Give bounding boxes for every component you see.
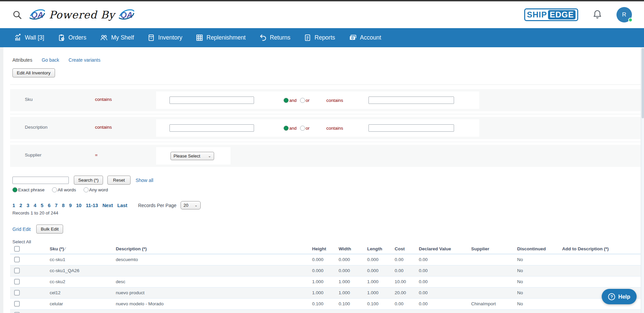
- page-link-8[interactable]: 8: [62, 203, 65, 208]
- column-header-add-to-description[interactable]: Add to Description (*): [562, 245, 641, 254]
- table-row: celular nuevo modelo - Morado 0.100 0.10…: [10, 298, 641, 309]
- nav-item-orders[interactable]: Orders: [58, 34, 86, 42]
- page-link-2[interactable]: 2: [19, 203, 22, 208]
- help-button[interactable]: ? Help: [602, 289, 637, 304]
- page-link-10[interactable]: 10: [76, 203, 82, 208]
- sku-contains-input-1[interactable]: [169, 97, 254, 104]
- go-back-link[interactable]: Go back: [42, 57, 59, 63]
- last-page-link[interactable]: Last: [117, 203, 128, 208]
- column-header-declared-value[interactable]: Declared Value: [419, 245, 471, 254]
- row-checkbox[interactable]: [14, 290, 20, 296]
- column-header-width[interactable]: Width: [339, 245, 367, 254]
- row-checkbox[interactable]: [14, 301, 20, 307]
- select-all-checkbox[interactable]: [14, 246, 20, 252]
- records-per-page-select[interactable]: 20 ⌄: [181, 201, 201, 209]
- row-checkbox[interactable]: [14, 279, 20, 285]
- or-radio[interactable]: [300, 98, 305, 103]
- exact-phrase-radio[interactable]: [12, 187, 17, 192]
- shipedge-logo[interactable]: SHIP EDGE: [524, 8, 578, 21]
- bulk-edit-button[interactable]: Bulk Edit: [36, 225, 63, 234]
- column-header-sku[interactable]: Sku (*)⁄: [50, 245, 116, 254]
- page-link-9[interactable]: 9: [69, 203, 72, 208]
- cell-height: 0.100: [312, 298, 339, 309]
- pagination-bar: 1 2 3 4 5 6 7 8 9 10 11-13 Next Last Rec…: [12, 201, 641, 209]
- search-button[interactable]: Search (*): [74, 176, 103, 185]
- page-link-5[interactable]: 5: [41, 203, 43, 208]
- description-contains-input-1[interactable]: [169, 124, 254, 132]
- row-checkbox[interactable]: [14, 257, 20, 262]
- nav-item-my-shelf[interactable]: My Shelf: [100, 34, 134, 42]
- nav-item-returns[interactable]: Returns: [259, 34, 290, 42]
- cell-width: 0.100: [339, 298, 367, 309]
- nav-item-inventory[interactable]: Inventory: [147, 34, 182, 42]
- show-all-link[interactable]: Show all: [136, 178, 153, 183]
- cell-supplier: ChinaImport: [471, 298, 517, 309]
- cell-cost: 10.00: [395, 276, 419, 287]
- table-header-row: Sku (*)⁄ Description (*) Height Width Le…: [10, 245, 641, 254]
- column-header-description[interactable]: Description (*): [116, 245, 312, 254]
- orders-icon: [58, 34, 65, 42]
- page-link-6[interactable]: 6: [48, 203, 50, 208]
- filter-field-label: Description: [25, 125, 48, 130]
- filter-field-label: Supplier: [25, 152, 42, 158]
- page-link-1[interactable]: 1: [12, 203, 15, 208]
- select-all-label: Select All: [12, 239, 641, 244]
- column-header-height[interactable]: Height: [312, 245, 339, 254]
- nav-item-wall[interactable]: Wall [3]: [14, 34, 44, 42]
- and-radio[interactable]: [284, 126, 289, 131]
- nav-label: Inventory: [158, 34, 182, 41]
- cell-length: 0.000: [367, 254, 395, 265]
- cell-add-to-description: [562, 265, 641, 276]
- row-checkbox[interactable]: [14, 268, 20, 273]
- keyword-search-input[interactable]: [12, 177, 69, 184]
- create-variants-link[interactable]: Create variants: [68, 57, 100, 63]
- user-avatar[interactable]: R: [616, 7, 632, 22]
- table-row: cc-sku1 descuemto 0.000 0.000 0.000 0.00…: [10, 254, 641, 265]
- cell-width: 0.000: [339, 254, 367, 265]
- vertical-scrollbar[interactable]: [641, 47, 644, 313]
- description-contains-input-2[interactable]: [368, 124, 454, 132]
- any-word-radio[interactable]: [84, 187, 89, 192]
- cell-cost: 0.00: [395, 254, 419, 265]
- page-link-11-13[interactable]: 11-13: [86, 203, 98, 208]
- nav-label: Reports: [314, 34, 335, 41]
- grid-edit-link[interactable]: Grid Edit: [12, 227, 31, 232]
- next-page-link[interactable]: Next: [102, 203, 113, 208]
- cell-declared-value: 0.00: [419, 265, 471, 276]
- nav-item-reports[interactable]: Reports: [304, 34, 335, 42]
- cell-description: prueba img: [116, 309, 312, 313]
- sku-contains-input-2[interactable]: [368, 97, 454, 104]
- page-link-7[interactable]: 7: [55, 203, 57, 208]
- cell-supplier: [471, 287, 517, 298]
- cell-discontinued: No: [517, 298, 562, 309]
- column-header-discontinued[interactable]: Discontinued: [517, 245, 562, 254]
- nav-item-replenishment[interactable]: Replenishment: [196, 34, 246, 42]
- cell-cost: 0.00: [395, 298, 419, 309]
- reset-button[interactable]: Reset: [107, 176, 131, 185]
- page-link-4[interactable]: 4: [34, 203, 36, 208]
- scrollbar-thumb[interactable]: [642, 48, 644, 118]
- records-per-page-label: Records Per Page: [138, 203, 176, 208]
- nav-label: Returns: [270, 34, 290, 41]
- edit-all-inventory-button[interactable]: Edit All Inventory: [12, 68, 55, 77]
- column-header-length[interactable]: Length: [367, 245, 395, 254]
- nav-label: Account: [360, 34, 381, 41]
- cell-sku: cel12: [50, 287, 116, 298]
- cell-discontinued: No: [517, 276, 562, 287]
- page-link-3[interactable]: 3: [27, 203, 29, 208]
- filter-operator-label: contains: [95, 97, 112, 102]
- nav-item-account[interactable]: Account: [349, 34, 381, 42]
- search-icon[interactable]: [12, 10, 22, 20]
- account-icon: [349, 34, 357, 42]
- supplier-select[interactable]: Please Select ⌄: [170, 152, 214, 160]
- chevron-down-icon: ⌄: [195, 203, 198, 207]
- nav-label: Orders: [68, 34, 86, 41]
- all-words-radio[interactable]: [52, 187, 57, 192]
- or-radio[interactable]: [300, 126, 305, 131]
- column-header-cost[interactable]: Cost: [395, 245, 419, 254]
- and-radio[interactable]: [284, 98, 289, 103]
- notifications-bell-icon[interactable]: [592, 9, 602, 20]
- column-header-supplier[interactable]: Supplier: [471, 245, 517, 254]
- table-row: cel12 nuevo product 1.000 1.000 1.000 20…: [10, 287, 641, 298]
- nav-label: Wall [3]: [25, 34, 44, 41]
